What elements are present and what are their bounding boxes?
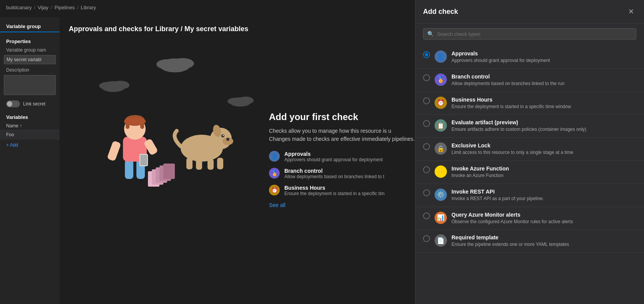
check-list-item-invoke-azure-function[interactable]: ⚡Invoke Azure FunctionInvoke an Azure Fu…: [415, 161, 644, 184]
illustration: [63, 44, 279, 206]
illustration-svg: [63, 44, 279, 206]
info-invoke-azure-function: Invoke Azure FunctionInvoke an Azure Fun…: [451, 165, 509, 179]
check-name-query-azure-monitor: Query Azure Monitor alerts: [451, 212, 573, 218]
info-exclusive-lock: Exclusive LockLimit access to this resou…: [451, 142, 573, 156]
svg-rect-17: [196, 159, 202, 170]
search-icon: 🔍: [427, 31, 434, 37]
svg-point-13: [226, 138, 229, 141]
check-name-evaluate-artifact: Evaluate artifact (preview): [451, 119, 586, 125]
radio-evaluate-artifact[interactable]: [423, 120, 430, 127]
first-check-desc: Checks allow you to manage how this reso…: [269, 127, 423, 143]
check-desc-invoke-azure-function: Invoke an Azure Function: [451, 172, 509, 179]
check-name-business-hours: Business Hours: [451, 97, 571, 103]
svg-rect-16: [186, 158, 193, 169]
info-invoke-rest-api: Invoke REST APIInvoke a REST API as a pa…: [451, 189, 544, 202]
svg-rect-28: [124, 120, 146, 124]
icon-required-template: 📄: [435, 234, 447, 247]
description-label: Description: [0, 66, 60, 73]
name-column-header: Name ↑: [6, 123, 37, 129]
info-approvals: ApprovalsApprovers should grant approval…: [451, 50, 550, 64]
approvals-preview-desc: Approvers should grant approval for depl…: [284, 157, 383, 162]
breadcrumb-item-2[interactable]: Vijay: [38, 5, 48, 10]
svg-point-15: [223, 135, 224, 136]
breadcrumb-item-4[interactable]: Library: [81, 5, 96, 10]
icon-evaluate-artifact: 📋: [435, 119, 447, 132]
check-name-required-template: Required template: [451, 234, 569, 241]
svg-rect-37: [163, 164, 175, 179]
check-list-item-query-azure-monitor[interactable]: 📊Query Azure Monitor alertsObserve the c…: [415, 207, 644, 230]
icon-query-azure-monitor: 📊: [435, 212, 447, 224]
check-name-invoke-rest-api: Invoke REST API: [451, 189, 544, 195]
info-evaluate-artifact: Evaluate artifact (preview)Ensure artifa…: [451, 119, 586, 133]
check-desc-approvals: Approvers should grant approval for depl…: [451, 57, 550, 64]
check-name-exclusive-lock: Exclusive Lock: [451, 142, 573, 149]
radio-query-azure-monitor[interactable]: [423, 212, 430, 219]
description-input[interactable]: [4, 75, 56, 95]
sidebar-item-variable-group[interactable]: Variable group: [0, 21, 60, 32]
business-hours-preview-desc: Ensure the deployment is started in a sp…: [284, 191, 385, 196]
var-table-header: Name ↑: [0, 122, 60, 130]
first-check-title: Add your first check: [269, 112, 423, 122]
radio-required-template[interactable]: [423, 235, 430, 242]
radio-exclusive-lock[interactable]: [423, 143, 430, 150]
check-name-invoke-azure-function: Invoke Azure Function: [451, 165, 509, 172]
check-list-item-evaluate-artifact[interactable]: 📋Evaluate artifact (preview)Ensure artif…: [415, 115, 644, 138]
check-desc-query-azure-monitor: Observe the configured Azure Monitor rul…: [451, 219, 573, 225]
svg-point-8: [227, 98, 243, 105]
check-list-item-exclusive-lock[interactable]: 🔒Exclusive LockLimit access to this reso…: [415, 138, 644, 161]
branch-preview-desc: Allow deployments based on branches link…: [284, 174, 384, 179]
radio-branch-control[interactable]: [423, 74, 430, 81]
search-box: 🔍: [423, 28, 636, 40]
info-business-hours: Business HoursEnsure the deployment is s…: [451, 97, 571, 110]
icon-exclusive-lock: 🔒: [435, 142, 447, 155]
info-query-azure-monitor: Query Azure Monitor alertsObserve the co…: [451, 212, 573, 225]
info-required-template: Required templateEnsure the pipeline ext…: [451, 234, 569, 248]
preview-item-branch: 🏅 Branch control Allow deployments based…: [269, 168, 423, 179]
breadcrumb-item-3[interactable]: Pipelines: [55, 5, 75, 10]
icon-business-hours: ⏰: [435, 97, 447, 109]
first-check-card: Add your first check Checks allow you to…: [269, 112, 423, 209]
check-name-approvals: Approvals: [451, 50, 550, 57]
branch-preview-icon: 🏅: [269, 168, 280, 179]
breadcrumb-item-1[interactable]: buildcanary: [6, 5, 32, 10]
check-list: 👤ApprovalsApprovers should grant approva…: [415, 44, 644, 302]
add-variable-button[interactable]: + Add: [0, 139, 60, 151]
table-row[interactable]: Foo: [0, 130, 60, 139]
check-desc-branch-control: Allow deployments based on branches link…: [451, 80, 564, 87]
add-check-panel: Add check ✕ 🔍 👤ApprovalsApprovers should…: [415, 0, 644, 304]
svg-rect-18: [207, 159, 214, 170]
icon-branch-control: 🏅: [435, 73, 447, 86]
panel-title: Add check: [423, 8, 458, 16]
sidebar: Variable group Properties Variable group…: [0, 17, 60, 304]
var-name-cell: Foo: [6, 132, 37, 137]
preview-item-approvals: 👤 Approvals Approvers should grant appro…: [269, 151, 423, 162]
panel-header: Add check ✕: [415, 0, 644, 23]
check-list-item-required-template[interactable]: 📄Required templateEnsure the pipeline ex…: [415, 230, 644, 253]
check-list-item-branch-control[interactable]: 🏅Branch controlAllow deployments based o…: [415, 69, 644, 92]
link-secrets-toggle[interactable]: [6, 100, 20, 107]
approvals-preview-icon: 👤: [269, 151, 280, 162]
radio-invoke-azure-function[interactable]: [423, 166, 430, 173]
radio-approvals[interactable]: [423, 51, 430, 58]
radio-invoke-rest-api[interactable]: [423, 189, 430, 196]
variable-group-input[interactable]: [4, 55, 56, 64]
branch-preview-title: Branch control: [284, 168, 384, 174]
svg-rect-32: [140, 155, 147, 165]
icon-approvals: 👤: [435, 50, 447, 63]
close-button[interactable]: ✕: [626, 6, 636, 17]
check-desc-evaluate-artifact: Ensure artifacts adhere to custom polici…: [451, 126, 586, 133]
check-list-item-invoke-rest-api[interactable]: ⚙️Invoke REST APIInvoke a REST API as a …: [415, 184, 644, 207]
see-all-link[interactable]: See all: [269, 202, 285, 208]
link-secrets-row: Link secret: [0, 98, 60, 110]
check-list-item-business-hours[interactable]: ⏰Business HoursEnsure the deployment is …: [415, 92, 644, 115]
link-secrets-label: Link secret: [23, 101, 45, 107]
radio-business-hours[interactable]: [423, 97, 430, 104]
svg-rect-19: [217, 158, 223, 169]
check-list-item-approvals[interactable]: 👤ApprovalsApprovers should grant approva…: [415, 46, 644, 69]
preview-item-business-hours: ⏰ Business Hours Ensure the deployment i…: [269, 185, 423, 196]
search-input[interactable]: [437, 31, 632, 37]
approvals-preview-title: Approvals: [284, 151, 383, 157]
business-hours-preview-icon: ⏰: [269, 185, 280, 195]
svg-point-2: [156, 59, 178, 69]
check-desc-invoke-rest-api: Invoke a REST API as a part of your pipe…: [451, 195, 544, 202]
